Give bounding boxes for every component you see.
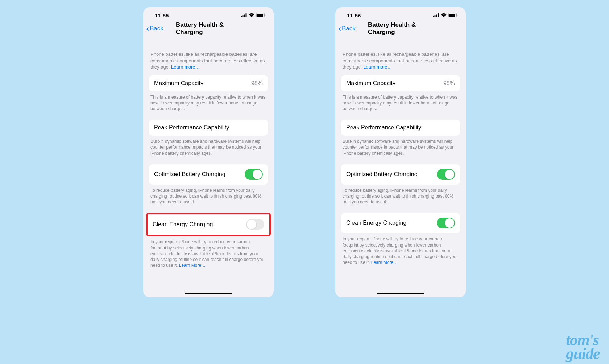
svg-rect-2 <box>244 15 245 18</box>
maximum-capacity-footer: This is a measure of battery capacity re… <box>149 91 268 120</box>
optimized-battery-charging-footer: To reduce battery aging, iPhone learns f… <box>341 185 460 213</box>
optimized-battery-charging-row: Optimized Battery Charging <box>341 164 460 185</box>
phones-container: 11:55 ‹ Back Battery Health & Charging P… <box>0 0 609 297</box>
back-label: Back <box>150 25 163 32</box>
back-label: Back <box>342 25 356 32</box>
settings-content: Phone batteries, like all rechargeable b… <box>143 37 274 297</box>
clean-energy-charging-label: Clean Energy Charging <box>346 220 406 226</box>
learn-more-link[interactable]: Learn More… <box>179 263 206 268</box>
battery-icon <box>448 12 458 18</box>
svg-rect-5 <box>257 14 263 17</box>
clean-energy-charging-footer: In your region, iPhone will try to reduc… <box>149 236 268 276</box>
peak-performance-row[interactable]: Peak Performance Capability <box>149 120 268 136</box>
phone-screenshot-1: 11:55 ‹ Back Battery Health & Charging P… <box>143 7 274 297</box>
settings-content: Phone batteries, like all rechargeable b… <box>335 37 466 297</box>
back-button[interactable]: ‹ Back <box>338 24 356 33</box>
status-bar: 11:56 <box>335 7 466 21</box>
maximum-capacity-row[interactable]: Maximum Capacity 98% <box>341 75 460 91</box>
status-icons <box>241 12 266 18</box>
home-indicator[interactable] <box>377 293 424 294</box>
clean-energy-charging-row: Clean Energy Charging <box>341 213 460 233</box>
phone-screenshot-2: 11:56 ‹ Back Battery Health & Charging P… <box>335 7 466 297</box>
back-button[interactable]: ‹ Back <box>146 24 163 33</box>
optimized-battery-charging-row: Optimized Battery Charging <box>149 164 268 185</box>
maximum-capacity-label: Maximum Capacity <box>154 80 203 87</box>
svg-rect-13 <box>457 15 458 16</box>
maximum-capacity-value: 98% <box>251 80 263 87</box>
cellular-icon <box>433 12 439 18</box>
home-indicator[interactable] <box>185 293 232 294</box>
wifi-icon <box>249 12 254 18</box>
learn-more-link[interactable]: Learn More… <box>371 260 398 265</box>
optimized-battery-charging-label: Optimized Battery Charging <box>346 171 418 178</box>
peak-performance-row[interactable]: Peak Performance Capability <box>341 120 460 136</box>
intro-text: Phone batteries, like all rechargeable b… <box>341 37 460 75</box>
svg-rect-12 <box>449 14 455 17</box>
maximum-capacity-value: 98% <box>443 80 455 87</box>
learn-more-link[interactable]: Learn more… <box>171 64 200 70</box>
peak-performance-footer: Built-in dynamic software and hardware s… <box>149 136 268 164</box>
optimized-battery-charging-footer: To reduce battery aging, iPhone learns f… <box>149 185 268 213</box>
wifi-icon <box>441 12 447 18</box>
clean-energy-charging-toggle[interactable] <box>437 218 455 228</box>
svg-rect-3 <box>246 13 247 17</box>
svg-rect-8 <box>435 15 436 17</box>
cellular-icon <box>241 12 247 18</box>
status-time: 11:55 <box>155 12 169 18</box>
nav-bar: ‹ Back Battery Health & Charging <box>143 21 274 37</box>
clean-energy-highlight: Clean Energy Charging <box>146 213 271 236</box>
peak-performance-footer: Built-in dynamic software and hardware s… <box>341 136 460 164</box>
chevron-left-icon: ‹ <box>146 24 149 33</box>
battery-icon <box>256 12 266 18</box>
optimized-battery-charging-label: Optimized Battery Charging <box>154 171 225 178</box>
maximum-capacity-row[interactable]: Maximum Capacity 98% <box>149 75 268 91</box>
page-title: Battery Health & Charging <box>368 21 433 36</box>
svg-rect-9 <box>436 15 437 18</box>
toms-guide-watermark: tom'sguide <box>566 333 600 360</box>
learn-more-link[interactable]: Learn more… <box>363 64 392 70</box>
svg-rect-6 <box>265 15 266 16</box>
nav-bar: ‹ Back Battery Health & Charging <box>335 21 466 37</box>
peak-performance-label: Peak Performance Capability <box>154 124 229 131</box>
svg-rect-10 <box>438 13 439 17</box>
maximum-capacity-footer: This is a measure of battery capacity re… <box>341 91 460 120</box>
optimized-battery-charging-toggle[interactable] <box>437 169 455 180</box>
peak-performance-label: Peak Performance Capability <box>346 124 421 131</box>
clean-energy-charging-toggle[interactable] <box>246 219 264 230</box>
svg-rect-7 <box>433 16 434 17</box>
status-icons <box>433 12 458 18</box>
clean-energy-charging-label: Clean Energy Charging <box>153 221 213 228</box>
status-bar: 11:55 <box>143 7 274 21</box>
status-time: 11:56 <box>347 12 361 18</box>
clean-energy-charging-footer: In your region, iPhone will try to reduc… <box>341 233 460 273</box>
svg-rect-1 <box>243 15 244 17</box>
chevron-left-icon: ‹ <box>338 24 341 33</box>
intro-text: Phone batteries, like all rechargeable b… <box>149 37 268 75</box>
optimized-battery-charging-toggle[interactable] <box>245 169 263 180</box>
maximum-capacity-label: Maximum Capacity <box>346 80 395 87</box>
page-title: Battery Health & Charging <box>176 21 241 36</box>
clean-energy-charging-row: Clean Energy Charging <box>148 214 269 235</box>
svg-rect-0 <box>241 16 242 17</box>
